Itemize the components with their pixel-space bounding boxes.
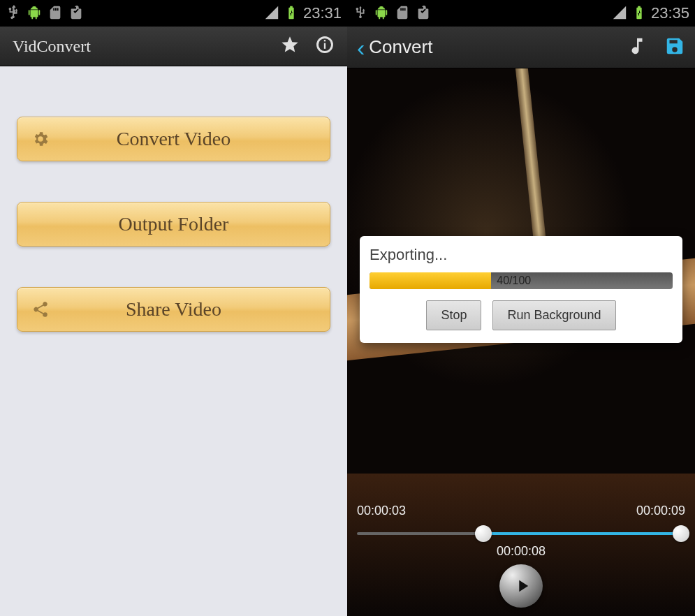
status-time: 23:31 (303, 4, 342, 22)
shopping-icon (68, 5, 84, 22)
status-bar: 23:35 (347, 0, 695, 27)
usb-icon (6, 5, 21, 22)
play-icon (513, 576, 532, 596)
music-icon[interactable] (627, 36, 648, 59)
info-icon[interactable] (315, 35, 335, 57)
shopping-icon (416, 5, 431, 22)
progress-bar: 40/100 (370, 272, 673, 289)
time-row: 00:00:03 00:00:09 (347, 504, 695, 518)
svg-rect-1 (324, 43, 325, 49)
status-bar: 23:31 (0, 0, 347, 27)
page-title: Convert (369, 36, 432, 58)
save-icon[interactable] (664, 36, 685, 59)
signal-icon (264, 5, 279, 22)
time-end: 00:00:09 (636, 504, 685, 518)
button-label: Share Video (126, 298, 221, 321)
seek-handle-start[interactable] (475, 525, 492, 542)
stop-button[interactable]: Stop (426, 300, 481, 330)
duration-label: 00:00:08 (347, 544, 695, 559)
android-icon (374, 5, 389, 22)
gear-icon (31, 130, 50, 148)
progress-fill (370, 272, 491, 289)
svg-rect-2 (324, 40, 325, 41)
time-current: 00:00:03 (357, 504, 406, 518)
button-label: Output Folder (119, 213, 229, 235)
battery-charging-icon (631, 5, 647, 22)
back-button[interactable]: ‹ Convert (357, 36, 432, 59)
share-video-button[interactable]: Share Video (17, 287, 330, 332)
output-folder-button[interactable]: Output Folder (17, 202, 330, 247)
android-icon (27, 5, 42, 22)
favorite-icon[interactable] (280, 35, 300, 57)
app-bar: VidConvert (0, 27, 347, 66)
battery-charging-icon (284, 5, 299, 22)
export-title: Exporting... (370, 246, 673, 264)
progress-text: 40/100 (497, 274, 531, 287)
status-time: 23:35 (651, 4, 689, 22)
convert-video-button[interactable]: Convert Video (17, 117, 330, 161)
sd-card-icon (395, 5, 410, 22)
seek-bar[interactable] (357, 532, 685, 535)
share-icon (31, 300, 50, 318)
play-button[interactable] (499, 564, 543, 608)
app-title: VidConvert (13, 37, 91, 56)
chevron-left-icon: ‹ (357, 36, 365, 59)
app-bar: ‹ Convert (347, 27, 695, 68)
screen-convert: 23:35 ‹ Convert Exporting... 40/100 Stop… (347, 0, 695, 616)
button-label: Convert Video (117, 128, 231, 150)
signal-icon (612, 5, 627, 22)
video-editor: Exporting... 40/100 Stop Run Background … (347, 68, 695, 616)
sd-card-icon (47, 5, 63, 22)
usb-icon (353, 5, 368, 22)
run-background-button[interactable]: Run Background (492, 300, 615, 330)
screen-home: 23:31 VidConvert Convert Video Output Fo… (0, 0, 347, 616)
seek-handle-end[interactable] (673, 525, 689, 542)
main-menu: Convert Video Output Folder Share Video (0, 66, 347, 616)
export-dialog: Exporting... 40/100 Stop Run Background (360, 236, 682, 343)
